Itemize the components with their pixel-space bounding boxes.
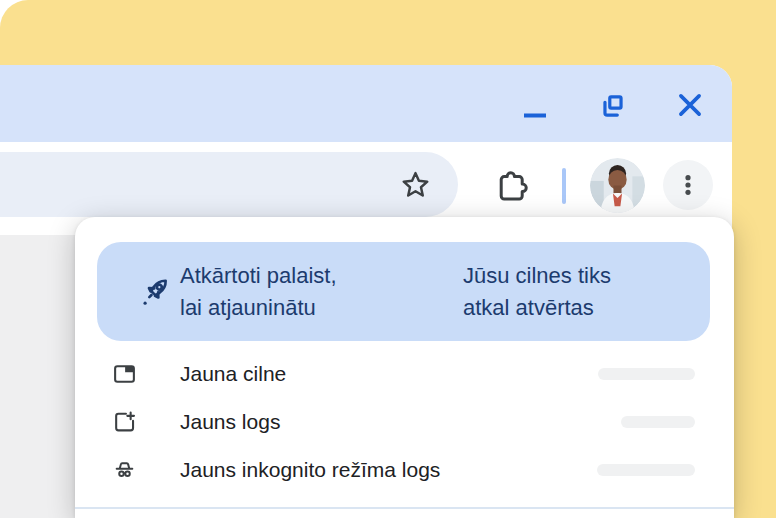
menu-section-divider [75,507,734,509]
close-icon [675,90,705,120]
extensions-puzzle-icon [494,167,530,203]
profile-divider [562,168,566,204]
screenshot-canvas: Atkārtoti palaist, lai atjauninātu Jūsu … [0,0,776,518]
shortcut-placeholder [598,368,695,380]
menu-item-label: Jauns inkognito režīma logs [180,458,440,482]
restore-icon [598,91,628,121]
rocket-icon [138,273,175,310]
profile-avatar-button[interactable] [590,158,645,213]
menu-item-label: Jauns logs [180,410,280,434]
menu-item-list: Jauna cilne Jauns logs [75,350,734,494]
menu-item-new-window[interactable]: Jauns logs [75,398,734,446]
banner-info-line1: Jūsu cilnes tiks [463,260,611,292]
banner-action-text: Atkārtoti palaist, lai atjauninātu [180,260,337,324]
minimize-icon [520,100,548,128]
new-tab-icon [112,362,137,387]
relaunch-to-update-banner[interactable]: Atkārtoti palaist, lai atjauninātu Jūsu … [97,242,710,341]
menu-item-new-incognito-window[interactable]: Jauns inkognito režīma logs [75,446,734,494]
star-icon [399,169,432,202]
more-menu-button[interactable] [663,160,713,210]
shortcut-placeholder [621,416,695,428]
menu-item-new-tab[interactable]: Jauna cilne [75,350,734,398]
address-bar[interactable] [0,152,458,217]
banner-action-line1: Atkārtoti palaist, [180,260,337,292]
chrome-menu-popup: Atkārtoti palaist, lai atjauninātu Jūsu … [75,217,734,518]
extensions-button[interactable] [490,163,534,207]
more-vertical-icon [675,172,701,198]
banner-info-text: Jūsu cilnes tiks atkal atvērtas [463,260,611,324]
banner-info-line2: atkal atvērtas [463,292,611,324]
restore-button[interactable] [596,89,630,123]
new-window-icon [112,410,137,435]
incognito-icon [112,458,137,483]
menu-item-label: Jauna cilne [180,362,286,386]
avatar-photo [590,158,645,213]
banner-action-line2: lai atjauninātu [180,292,337,324]
shortcut-placeholder [597,464,695,476]
bookmark-button[interactable] [393,163,437,207]
window-titlebar[interactable] [0,65,732,142]
minimize-button[interactable] [517,97,551,131]
close-button[interactable] [673,88,707,122]
